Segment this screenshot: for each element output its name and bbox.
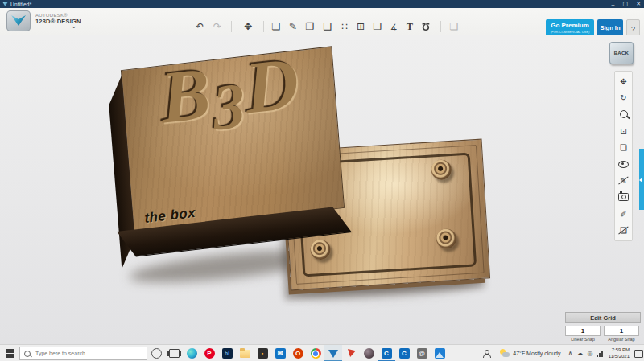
clock-date: 11/5/2021 [609, 354, 630, 360]
app-menu-chevron-icon[interactable]: ⌄ [71, 22, 77, 30]
toolbar-divider [263, 21, 264, 32]
view-cube-face-label: BACK [614, 51, 630, 55]
action-center-button[interactable] [633, 345, 644, 361]
taskbar-app-edge[interactable] [183, 345, 200, 361]
taskbar-app-red-arrow[interactable] [342, 345, 360, 361]
go-premium-subtext: (FOR COMMERCIAL USE) [546, 30, 594, 34]
start-button[interactable] [0, 345, 19, 361]
autodesk-123d-logo[interactable] [6, 10, 31, 31]
office-icon: O [293, 348, 303, 359]
construct-tool-icon[interactable]: ❐ [302, 18, 318, 35]
taskbar-app-123d-design[interactable] [324, 345, 342, 361]
zoom-icon[interactable] [617, 109, 630, 121]
box-lid-model[interactable]: B3D the box [121, 46, 345, 232]
maximize-button[interactable]: ▢ [623, 1, 629, 7]
taskbar-app-briefcase[interactable]: ▪ [254, 345, 271, 361]
taskbar-app-office[interactable]: O [289, 345, 307, 361]
search-icon [24, 351, 31, 357]
taskbar-app-chrome[interactable] [307, 345, 324, 361]
linear-snap-input[interactable] [565, 326, 601, 336]
sign-in-button[interactable]: Sign In [597, 19, 623, 36]
taskbar-app-sphere[interactable] [360, 345, 378, 361]
red-arrow-app-icon [346, 349, 356, 358]
mail-icon: ✉ [275, 348, 286, 359]
angular-snap-input[interactable] [604, 326, 639, 336]
at-app-icon: @ [417, 348, 427, 359]
go-premium-button[interactable]: Go Premium (FOR COMMERCIAL USE) [546, 19, 594, 36]
app-window: Untitled* – ▢ ✕ AUTODESK® 123D® DESIGN ⌄… [0, 0, 644, 361]
weather-icon [500, 349, 510, 358]
angular-snap-label: Angular Snap [604, 337, 639, 342]
transform-tool-icon[interactable]: ✥ [240, 18, 256, 35]
weather-text: 47°F Mostly cloudy [513, 351, 560, 356]
pattern-tool-icon[interactable]: ∷ [336, 18, 353, 35]
grouping-tool-icon[interactable]: ⊞ [353, 18, 369, 35]
hide-sketches-icon[interactable]: ✎ [617, 174, 630, 187]
sphere-app-icon [364, 348, 374, 359]
grid-settings-panel: Edit Grid Linear Snap Angular Snap [565, 312, 641, 342]
system-tray: ∧ ☁ ◎ [566, 351, 605, 357]
task-view-icon [169, 349, 180, 358]
app-logo-icon [2, 2, 8, 6]
minimize-button[interactable]: – [612, 2, 615, 7]
title-bar: Untitled* – ▢ ✕ [0, 0, 644, 8]
snap-tool-icon[interactable]: Ω [418, 18, 434, 35]
people-icon [483, 350, 490, 358]
taskbar-app-pinterest[interactable]: P [200, 345, 218, 361]
windows-logo-icon [6, 349, 14, 358]
people-button[interactable] [477, 345, 495, 361]
taskbar-app-file-explorer[interactable] [236, 345, 254, 361]
combine-tool-icon[interactable]: ❒ [369, 18, 386, 35]
visibility-eye-icon[interactable] [617, 158, 630, 170]
search-input[interactable] [34, 350, 134, 357]
taskbar-app-c1[interactable]: C [378, 345, 395, 361]
edge-icon [187, 348, 197, 359]
briefcase-icon: ▪ [258, 348, 268, 359]
action-center-icon [634, 350, 643, 358]
taskbar-app-photos[interactable] [431, 345, 448, 361]
hide-solids-icon[interactable]: ❏ [617, 224, 630, 236]
onedrive-cloud-icon[interactable]: ☁ [576, 351, 583, 357]
network-icon[interactable] [597, 351, 602, 357]
navigation-toolbar: ✥ ↻ ⊡ ❏ ✎ ✐ ❏ [614, 71, 633, 241]
redo-button[interactable]: ↷ [209, 18, 225, 35]
tray-circle-icon[interactable]: ◎ [587, 351, 592, 357]
material-tool-icon[interactable]: ❏ [446, 18, 462, 35]
modify-tool-icon[interactable]: ❑ [320, 18, 336, 35]
viewport-canvas[interactable]: BACK ✥ ↻ ⊡ ❏ ✎ ✐ ❏ B [0, 35, 644, 344]
file-explorer-icon [240, 350, 250, 358]
text-tool-icon[interactable]: T [402, 18, 418, 35]
linear-snap-label: Linear Snap [565, 337, 601, 342]
taskbar-app-navy[interactable]: hi [218, 345, 236, 361]
collapsed-panel-tab[interactable] [639, 149, 644, 210]
hidden-icons-chevron[interactable]: ∧ [568, 351, 573, 357]
taskbar-clock[interactable]: 7:59 PM 11/5/2021 [605, 347, 633, 360]
cortana-button[interactable] [147, 345, 165, 361]
toolbar-divider [440, 21, 441, 32]
undo-button[interactable]: ↶ [192, 18, 208, 35]
123d-v-icon [11, 15, 26, 26]
fit-view-icon[interactable]: ⊡ [617, 125, 630, 137]
app-header: AUTODESK® 123D® DESIGN ⌄ ↶ ↷ ✥ ❏ ✎ ❐ ❑ ∷… [0, 8, 644, 35]
taskbar-app-at[interactable]: @ [413, 345, 431, 361]
orbit-icon[interactable]: ↻ [617, 92, 630, 104]
show-sketches-icon[interactable]: ✐ [617, 208, 630, 220]
taskbar-app-c2[interactable]: C [395, 345, 413, 361]
pinterest-icon: P [204, 348, 215, 359]
weather-widget[interactable]: 47°F Mostly cloudy [495, 345, 565, 361]
screenshot-camera-icon[interactable] [617, 191, 630, 203]
measure-tool-icon[interactable]: ∡ [386, 18, 402, 35]
taskbar-app-mail[interactable]: ✉ [271, 345, 289, 361]
sketch-tool-icon[interactable]: ✎ [285, 18, 301, 35]
pan-icon[interactable]: ✥ [617, 76, 630, 88]
close-button[interactable]: ✕ [636, 1, 641, 7]
view-cube[interactable]: BACK [609, 42, 634, 64]
123d-design-icon [328, 350, 338, 358]
toolbar-divider [231, 21, 232, 32]
primitives-tool-icon[interactable]: ❏ [268, 18, 284, 35]
edit-grid-button[interactable]: Edit Grid [565, 312, 641, 323]
chrome-icon [311, 348, 321, 359]
task-view-button[interactable] [165, 345, 183, 361]
material-icon[interactable]: ❏ [617, 142, 630, 154]
taskbar-search[interactable] [19, 347, 147, 360]
